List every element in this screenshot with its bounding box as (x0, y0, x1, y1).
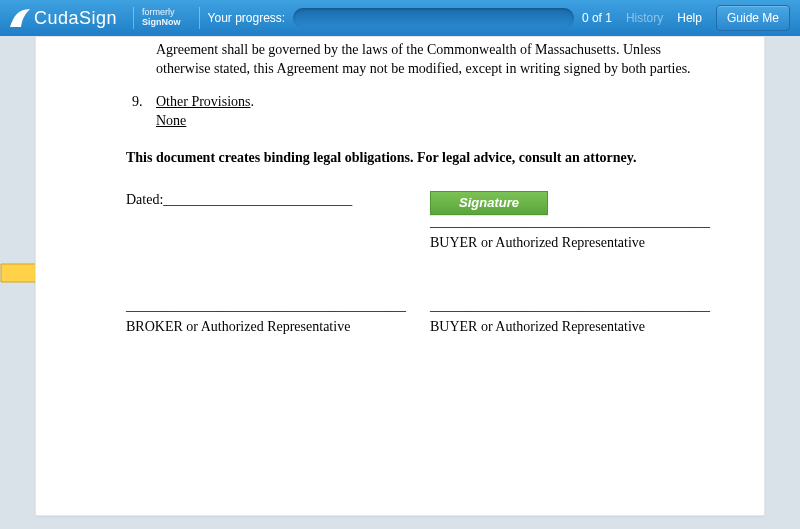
formerly-label: formerly SignNow (142, 8, 181, 28)
divider (133, 7, 134, 29)
history-link[interactable]: History (626, 11, 663, 25)
divider (199, 7, 200, 29)
signature-button[interactable]: Signature (430, 191, 548, 215)
progress-bar (293, 8, 574, 28)
list-item-9: 9. Other Provisions. None (132, 93, 704, 131)
progress-label: Your progress: (208, 11, 286, 25)
workspace: Agreement shall be governed by the laws … (0, 36, 800, 529)
signature-grid: Dated: ___________________________ Signa… (126, 191, 704, 336)
brand-text-b: Sign (79, 8, 117, 28)
dated-line[interactable]: ___________________________ (163, 191, 352, 210)
legal-notice: This document creates binding legal obli… (126, 149, 704, 168)
brand-logo: CudaSign (10, 8, 117, 29)
document-page: Agreement shall be governed by the laws … (35, 36, 765, 516)
signature-line-broker[interactable]: ________________________________________ (126, 297, 406, 316)
signature-cell-1: Signature ______________________________… (430, 191, 710, 252)
dated-label: Dated: (126, 192, 163, 207)
signature-line-1[interactable]: ________________________________________ (430, 213, 710, 232)
list-body-text: None (156, 113, 186, 128)
list-number: 9. (132, 93, 156, 131)
signature-label-broker: BROKER or Authorized Representative (126, 318, 406, 337)
fin-icon (10, 9, 30, 27)
signature-label-buyer-2: BUYER or Authorized Representative (430, 318, 710, 337)
signature-cell-buyer-2: ________________________________________… (430, 297, 710, 337)
brand-text-a: Cuda (34, 8, 79, 28)
signature-line-buyer-2[interactable]: ________________________________________ (430, 297, 710, 316)
formerly-name: SignNow (142, 18, 181, 28)
paragraph-tail: Agreement shall be governed by the laws … (156, 41, 704, 79)
progress-count: 0 of 1 (582, 11, 612, 25)
signature-cell-broker: ________________________________________… (126, 297, 406, 337)
list-title: Other Provisions (156, 94, 251, 109)
dated-cell: Dated: ___________________________ (126, 191, 406, 252)
guide-me-button[interactable]: Guide Me (716, 5, 790, 31)
signature-label-buyer-1: BUYER or Authorized Representative (430, 234, 710, 253)
help-link[interactable]: Help (677, 11, 702, 25)
app-header: CudaSign formerly SignNow Your progress:… (0, 0, 800, 36)
